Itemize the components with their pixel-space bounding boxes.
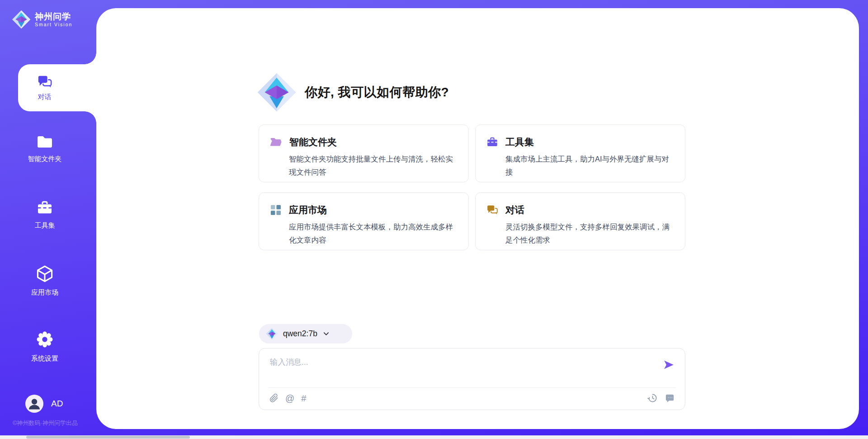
- sidebar-item-chat[interactable]: 对话: [18, 64, 96, 111]
- card-description: 灵活切换多模型文件，支持多样回复效果调试，满足个性化需求: [505, 220, 674, 247]
- brand-subtitle: Smart Vision: [35, 22, 72, 28]
- card-smart-folder[interactable]: 智能文件夹 智能文件夹功能支持批量文件上传与清洗，轻松实现文件问答: [259, 124, 469, 182]
- sidebar-item-label: 系统设置: [0, 354, 90, 363]
- at-icon: @: [285, 393, 294, 404]
- gear-icon: [35, 330, 54, 349]
- chat-icon: [37, 74, 52, 90]
- history-button[interactable]: [647, 393, 658, 403]
- feature-cards: 智能文件夹 智能文件夹功能支持批量文件上传与清洗，轻松实现文件问答 工具集 集成…: [259, 124, 685, 250]
- chat-icon: [486, 204, 498, 216]
- cube-icon: [36, 265, 54, 283]
- greeting-title: 你好, 我可以如何帮助你?: [305, 84, 449, 101]
- app-window: 神州问学 Smart Vision 对话 智能文件夹: [0, 0, 868, 439]
- card-toolbox[interactable]: 工具集 集成市场上主流工具，助力AI与外界无缝扩展与对接: [475, 124, 685, 182]
- folder-icon: [36, 134, 53, 149]
- composer-divider: [268, 387, 676, 388]
- toolbox-icon: [36, 200, 53, 216]
- paperclip-icon: [269, 393, 278, 403]
- brand-logo: 神州问学 Smart Vision: [12, 10, 72, 29]
- card-app-market[interactable]: 应用市场 应用市场提供丰富长文本模板，助力高效生成多样化文章内容: [259, 192, 469, 250]
- scrollbar-thumb[interactable]: [26, 436, 190, 439]
- message-composer: @ #: [259, 348, 685, 410]
- gem-model-icon: [266, 328, 278, 340]
- chevron-down-icon: [322, 330, 330, 338]
- brand-name: 神州问学: [35, 12, 72, 22]
- message-square-icon: [665, 393, 675, 403]
- avatar: [25, 395, 43, 413]
- hash-icon: #: [301, 393, 306, 404]
- sidebar-item-label: 智能文件夹: [0, 155, 90, 163]
- briefcase-icon: [486, 136, 498, 148]
- card-title: 工具集: [505, 136, 534, 148]
- attach-file-button[interactable]: [269, 393, 278, 403]
- send-button[interactable]: [662, 359, 675, 372]
- composer-tools-right: [647, 393, 675, 403]
- sidebar: 神州问学 Smart Vision 对话 智能文件夹: [0, 0, 96, 439]
- gem-logo-icon: [12, 10, 31, 29]
- sidebar-item-label: 对话: [38, 93, 52, 101]
- sidebar-item-label: 应用市场: [0, 288, 90, 297]
- card-description: 应用市场提供丰富长文本模板，助力高效生成多样化文章内容: [289, 220, 458, 247]
- card-description: 集成市场上主流工具，助力AI与外界无缝扩展与对接: [505, 153, 674, 179]
- sidebar-item-smart-folder[interactable]: 智能文件夹: [0, 134, 90, 163]
- send-icon: [663, 359, 675, 371]
- card-description: 智能文件夹功能支持批量文件上传与清洗，轻松实现文件问答: [289, 153, 458, 179]
- card-title: 智能文件夹: [289, 136, 337, 148]
- user-profile[interactable]: AD: [25, 395, 63, 413]
- composer-tools-left: @ #: [269, 393, 306, 404]
- brand-text: 神州问学 Smart Vision: [35, 12, 72, 28]
- card-title: 应用市场: [289, 204, 327, 216]
- model-name: qwen2:7b: [283, 329, 317, 339]
- sidebar-item-app-market[interactable]: 应用市场: [0, 265, 90, 297]
- mention-button[interactable]: @: [285, 393, 294, 404]
- card-chat[interactable]: 对话 灵活切换多模型文件，支持多样回复效果调试，满足个性化需求: [475, 192, 685, 250]
- gem-hero-icon: [257, 72, 297, 112]
- card-title: 对话: [505, 204, 524, 216]
- sidebar-item-toolbox[interactable]: 工具集: [0, 200, 90, 230]
- feedback-button[interactable]: [665, 393, 675, 403]
- person-icon: [26, 395, 43, 412]
- folder-open-icon: [270, 137, 282, 148]
- model-selector[interactable]: qwen2:7b: [259, 324, 352, 344]
- sidebar-item-label: 工具集: [0, 221, 90, 230]
- message-input[interactable]: [270, 355, 650, 369]
- topic-button[interactable]: #: [301, 393, 306, 404]
- copyright-text: ©神州数码·神州问学出品: [0, 419, 90, 427]
- grid-icon: [270, 204, 282, 216]
- sidebar-item-settings[interactable]: 系统设置: [0, 330, 90, 363]
- history-icon: [647, 393, 658, 403]
- horizontal-scrollbar[interactable]: [0, 435, 868, 439]
- user-initials: AD: [51, 399, 63, 409]
- greeting: 你好, 我可以如何帮助你?: [257, 72, 449, 112]
